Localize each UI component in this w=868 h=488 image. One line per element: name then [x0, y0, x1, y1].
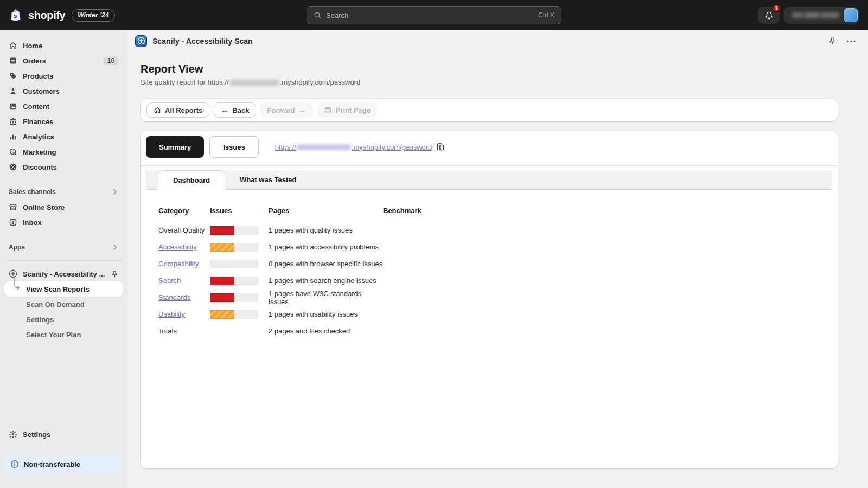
issues-bar	[210, 293, 258, 302]
sidebar-item-marketing[interactable]: Marketing	[4, 144, 123, 159]
topbar: S shopify Winter ’24 Search Ctrl K 1	[0, 0, 868, 30]
summary-button[interactable]: Summary	[146, 136, 204, 158]
report-toolbar: All Reports ← Back Forward → Print Page	[141, 99, 838, 121]
issues-bar	[210, 310, 258, 319]
sales-channels-header[interactable]: Sales channels	[4, 184, 123, 200]
copy-url-icon[interactable]	[436, 143, 445, 151]
sidebar-item-finances[interactable]: Finances	[4, 114, 123, 129]
tab-label: Dashboard	[173, 176, 210, 184]
bank-icon	[9, 117, 17, 126]
report-url-link[interactable]: https://.myshopify.com/password	[275, 143, 432, 151]
table-row: Standards 1 pages have W3C standards iss…	[158, 289, 838, 306]
bar-chart-icon	[9, 132, 17, 141]
sidebar-item-label: Select Your Plan	[26, 331, 81, 339]
back-button[interactable]: ← Back	[214, 102, 256, 118]
forward-label: Forward	[267, 106, 295, 114]
sidebar-item-label: View Scan Reports	[26, 285, 90, 293]
apps-header[interactable]: Apps	[4, 240, 123, 255]
sidebar-item-analytics[interactable]: Analytics	[4, 129, 123, 144]
sidebar-item-label: Marketing	[23, 148, 56, 156]
scanify-submenu: View Scan Reports Scan On Demand Setting…	[4, 281, 123, 342]
scanify-app-icon	[135, 35, 147, 47]
search-input[interactable]: Search Ctrl K	[307, 6, 561, 24]
sidebar-bottom: Settings Non-transferable	[4, 427, 123, 473]
table-header-row: Category Issues Pages Benchmark	[158, 204, 838, 217]
pages-text: 1 pages have W3C standards issues	[269, 290, 383, 306]
redacted-url-domain	[297, 144, 351, 150]
all-reports-button[interactable]: All Reports	[146, 102, 209, 118]
store-menu-button[interactable]	[784, 7, 859, 24]
col-benchmark: Benchmark	[383, 207, 838, 215]
search-shortcut: Ctrl K	[538, 11, 554, 19]
sidebar-item-content[interactable]: Content	[4, 99, 123, 114]
page-subtitle: Site quality report for https://.myshopi…	[141, 78, 838, 86]
report-view-switcher: Summary Issues https://.myshopify.com/pa…	[141, 131, 838, 163]
pages-text: 0 pages with browser specific issues	[269, 260, 383, 268]
sidebar-item-discounts[interactable]: Discounts	[4, 159, 123, 175]
category-link[interactable]: Standards	[158, 293, 210, 301]
sidebar-item-products[interactable]: Products	[4, 68, 123, 84]
notifications-button[interactable]: 1	[758, 7, 780, 24]
table-row-totals: Totals 2 pages and files checked	[158, 323, 838, 339]
subtitle-suffix: .myshopify.com/password	[280, 78, 361, 86]
sidebar-item-label: Scan On Demand	[26, 300, 85, 309]
tag-icon	[9, 72, 17, 80]
sidebar-item-orders[interactable]: Orders 10	[4, 53, 123, 68]
category-link[interactable]: Accessibility	[158, 243, 210, 251]
shopify-logo[interactable]: S shopify Winter ’24	[9, 8, 115, 22]
banner-label: Non-transferable	[24, 460, 80, 468]
tab-what-was-tested[interactable]: What was Tested	[225, 170, 311, 189]
sidebar-item-select-your-plan[interactable]: Select Your Plan	[4, 327, 123, 342]
category-link[interactable]: Usability	[158, 310, 210, 318]
sidebar-item-label: Discounts	[23, 163, 57, 171]
sidebar-item-online-store[interactable]: Online Store	[4, 200, 123, 215]
gear-icon	[9, 430, 17, 439]
sidebar-item-settings[interactable]: Settings	[4, 427, 123, 442]
sidebar-item-customers[interactable]: Customers	[4, 84, 123, 99]
sidebar-item-label: Products	[23, 72, 53, 80]
issues-button[interactable]: Issues	[209, 136, 258, 158]
pin-icon[interactable]	[111, 270, 119, 278]
app-header-title: Scanify - Accessibility Scan	[152, 37, 253, 46]
sidebar-item-label: Home	[23, 42, 42, 50]
pin-icon[interactable]	[828, 37, 837, 46]
forward-button[interactable]: Forward →	[260, 102, 312, 118]
table-row: Accessibility 1 pages with accessibility…	[158, 239, 838, 255]
sidebar-item-inbox[interactable]: S Inbox	[4, 215, 123, 230]
pages-text: 2 pages and files checked	[269, 327, 383, 335]
sidebar-item-label: Customers	[23, 87, 60, 95]
table-row: Overall Quality 1 pages with quality iss…	[158, 222, 838, 239]
target-icon	[9, 147, 17, 156]
sidebar-item-label: Inbox	[23, 219, 42, 227]
sidebar-item-home[interactable]: Home	[4, 38, 123, 53]
col-pages: Pages	[269, 207, 383, 215]
shopify-wordmark: shopify	[28, 9, 65, 22]
arrow-left-icon: ←	[221, 106, 228, 114]
all-reports-label: All Reports	[165, 106, 202, 114]
category-link[interactable]: Compatibility	[158, 260, 210, 268]
chevron-right-icon	[111, 188, 119, 196]
issues-bar	[210, 243, 258, 252]
issues-bar	[210, 226, 258, 235]
sidebar-item-scan-on-demand[interactable]: Scan On Demand	[4, 297, 123, 312]
print-page-label: Print Page	[336, 106, 371, 114]
category-label: Totals	[158, 327, 210, 335]
tab-dashboard[interactable]: Dashboard	[158, 170, 225, 190]
sidebar-divider	[7, 260, 121, 261]
search-icon	[314, 11, 322, 20]
table-row: Search 1 pages with search engine issues	[158, 272, 838, 289]
sidebar-item-view-scan-reports[interactable]: View Scan Reports	[4, 281, 123, 297]
sidebar-item-app-settings[interactable]: Settings	[4, 312, 123, 327]
sidebar-item-label: Finances	[23, 118, 53, 126]
sidebar: Home Orders 10 Products Customers Conten…	[0, 30, 127, 488]
report-card: Summary Issues https://.myshopify.com/pa…	[141, 131, 838, 468]
col-category: Category	[158, 207, 210, 215]
category-link[interactable]: Search	[158, 277, 210, 285]
non-transferable-banner[interactable]: Non-transferable	[4, 455, 123, 473]
print-page-button[interactable]: Print Page	[317, 102, 377, 118]
svg-text:S: S	[11, 220, 15, 225]
page-title: Report View	[141, 63, 838, 75]
more-actions-icon[interactable]	[846, 37, 856, 46]
arrow-right-icon: →	[299, 106, 307, 114]
summary-table: Category Issues Pages Benchmark Overall …	[141, 190, 838, 339]
